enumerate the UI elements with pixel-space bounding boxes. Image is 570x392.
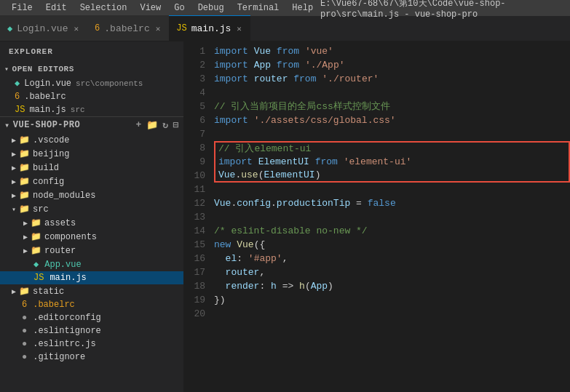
file-tree: ▾ VUE-SHOP-PRO + 📁 ↻ ⊟ ▶ 📁 .vscode ▶ 📁 b… — [0, 117, 183, 392]
tree-router[interactable]: ▶ 📁 router — [0, 244, 183, 257]
menu-file[interactable]: File — [6, 1, 39, 15]
tree-babelrc[interactable]: 6 .babelrc — [0, 298, 183, 311]
tab-login-label: Login.vue — [17, 23, 68, 34]
babel-file-icon: 6 — [15, 92, 20, 102]
code-line-6: import './assets/css/global.css' — [214, 113, 570, 127]
dot-icon-editorconfig: ● — [22, 313, 27, 323]
code-line-13 — [214, 210, 570, 224]
menu-help[interactable]: Help — [286, 1, 319, 15]
tree-build-arrow: ▶ — [12, 164, 16, 172]
open-editors-label: OPEN EDITORS — [12, 65, 74, 73]
new-file-icon[interactable]: + — [136, 119, 142, 131]
tree-assets[interactable]: ▶ 📁 assets — [0, 216, 183, 230]
tree-static[interactable]: ▶ 📁 static — [0, 284, 183, 298]
menubar: File Edit Selection View Go Debug Termin… — [0, 0, 570, 16]
tree-node-modules[interactable]: ▶ 📁 node_modules — [0, 188, 183, 202]
editor-item-login-path: src\components — [76, 79, 143, 88]
tree-editorconfig-label: .editorconfig — [33, 313, 101, 323]
project-root-header[interactable]: ▾ VUE-SHOP-PRO + 📁 ↻ ⊟ — [0, 117, 183, 133]
code-line-18: render: h => h(App) — [214, 279, 570, 293]
tab-login[interactable]: ◆ Login.vue ✕ — [0, 15, 87, 41]
folder-icon-c: 📁 — [19, 176, 30, 187]
vue-icon: ◆ — [7, 23, 12, 34]
open-editors-header[interactable]: ▾ OPEN EDITORS — [0, 62, 183, 76]
tree-eslintignore[interactable]: ● .eslintignore — [0, 324, 183, 337]
menu-view[interactable]: View — [134, 1, 167, 15]
line-numbers: 1 2 3 4 5 6 7 8 9 10 11 12 13 14 15 16 1… — [183, 44, 214, 389]
open-editors-section: ▾ OPEN EDITORS ◆ Login.vue src\component… — [0, 62, 183, 117]
tree-eslintignore-label: .eslintignore — [33, 326, 101, 336]
code-line-19: }) — [214, 293, 570, 307]
tree-config[interactable]: ▶ 📁 config — [0, 175, 183, 188]
tree-router-arrow: ▶ — [23, 247, 28, 255]
folder-icon-st: 📁 — [19, 286, 30, 297]
menu-edit[interactable]: Edit — [40, 1, 73, 15]
js-file-icon: JS — [15, 105, 25, 115]
tree-beijing[interactable]: ▶ 📁 beijing — [0, 147, 183, 161]
tree-src[interactable]: ▾ 📁 src — [0, 202, 183, 216]
folder-icon-n: 📁 — [19, 190, 30, 201]
editor-item-login[interactable]: ◆ Login.vue src\components — [0, 76, 183, 90]
new-folder-icon[interactable]: 📁 — [146, 119, 159, 131]
tabbar: ◆ Login.vue ✕ 6 .babelrc ✕ JS main.js ✕ — [0, 16, 570, 41]
menu-selection[interactable]: Selection — [74, 1, 133, 15]
tree-build[interactable]: ▶ 📁 build — [0, 161, 183, 175]
tree-mainjs-label: main.js — [50, 273, 86, 283]
dot-icon-gitignore: ● — [22, 352, 27, 362]
menu-debug[interactable]: Debug — [192, 1, 230, 15]
tree-mainjs[interactable]: JS main.js — [0, 271, 183, 284]
tree-src-label: src — [33, 204, 49, 215]
sidebar-title: EXPLORER — [0, 41, 183, 62]
refresh-icon[interactable]: ↻ — [162, 119, 168, 131]
tree-babelrc-label: .babelrc — [33, 300, 75, 310]
code-line-9: import ElementUI from 'element-ui' — [214, 155, 570, 169]
menu-go[interactable]: Go — [168, 1, 190, 15]
folder-icon-s: 📁 — [19, 204, 30, 215]
tab-babelrc[interactable]: 6 .babelrc ✕ — [87, 15, 169, 41]
tree-build-label: build — [33, 163, 59, 173]
tree-comp-arrow: ▶ — [23, 233, 28, 241]
sidebar: EXPLORER ▾ OPEN EDITORS ◆ Login.vue src\… — [0, 41, 183, 392]
project-root-label: VUE-SHOP-PRO — [13, 120, 80, 130]
code-line-1: import Vue from 'vue' — [214, 44, 570, 58]
editor-item-mainjs[interactable]: JS main.js src — [0, 103, 183, 116]
tree-static-label: static — [33, 287, 64, 297]
menu-terminal[interactable]: Terminal — [231, 1, 285, 15]
collapse-icon[interactable]: ⊟ — [173, 119, 179, 131]
folder-icon-co: 📁 — [31, 231, 41, 242]
tree-editorconfig[interactable]: ● .editorconfig — [0, 311, 183, 324]
folder-icon-b: 📁 — [19, 148, 30, 159]
tab-mainjs-close[interactable]: ✕ — [235, 23, 243, 35]
code-editor[interactable]: 1 2 3 4 5 6 7 8 9 10 11 12 13 14 15 16 1… — [183, 41, 570, 392]
editor-item-babelrc[interactable]: 6 .babelrc — [0, 90, 183, 103]
code-line-5: // 引入当前项目的全局css样式控制文件 — [214, 100, 570, 113]
code-line-20 — [214, 307, 570, 321]
tree-gitignore[interactable]: ● .gitignore — [0, 351, 183, 364]
editor-item-babelrc-name: .babelrc — [24, 92, 66, 102]
tree-node-label: node_modules — [33, 191, 95, 201]
dot-icon-eslintignore: ● — [22, 326, 27, 336]
tree-vscode-label: .vscode — [33, 135, 69, 145]
tab-mainjs[interactable]: JS main.js ✕ — [169, 15, 250, 41]
tree-components[interactable]: ▶ 📁 components — [0, 230, 183, 244]
tree-eslintrcjs[interactable]: ● .eslintrc.js — [0, 337, 183, 351]
tree-src-arrow: ▾ — [12, 205, 16, 214]
tree-appvue[interactable]: ◆ App.vue — [0, 257, 183, 271]
tree-appvue-label: App.vue — [44, 260, 81, 270]
main-layout: EXPLORER ▾ OPEN EDITORS ◆ Login.vue src\… — [0, 41, 570, 392]
tree-beijing-arrow: ▶ — [12, 150, 16, 159]
tab-login-close[interactable]: ✕ — [72, 23, 80, 35]
editor-item-mainjs-path: src — [71, 105, 85, 114]
code-line-14: /* eslint-disable no-new */ — [214, 224, 570, 238]
code-line-16: el: '#app', — [214, 252, 570, 265]
tree-eslintrcjs-label: .eslintrc.js — [33, 339, 95, 349]
tree-beijing-label: beijing — [33, 149, 69, 159]
code-content[interactable]: import Vue from 'vue' import App from '.… — [214, 44, 570, 389]
folder-icon: 📁 — [19, 135, 30, 145]
tab-babelrc-close[interactable]: ✕ — [154, 23, 162, 35]
tree-router-label: router — [44, 246, 76, 256]
window-path: E:\Vue67-68\67\第10天\Code\vue-shop-pro\sr… — [320, 0, 564, 20]
tree-vscode[interactable]: ▶ 📁 .vscode — [0, 133, 183, 147]
project-arrow: ▾ — [4, 120, 10, 131]
tree-assets-label: assets — [44, 218, 76, 228]
